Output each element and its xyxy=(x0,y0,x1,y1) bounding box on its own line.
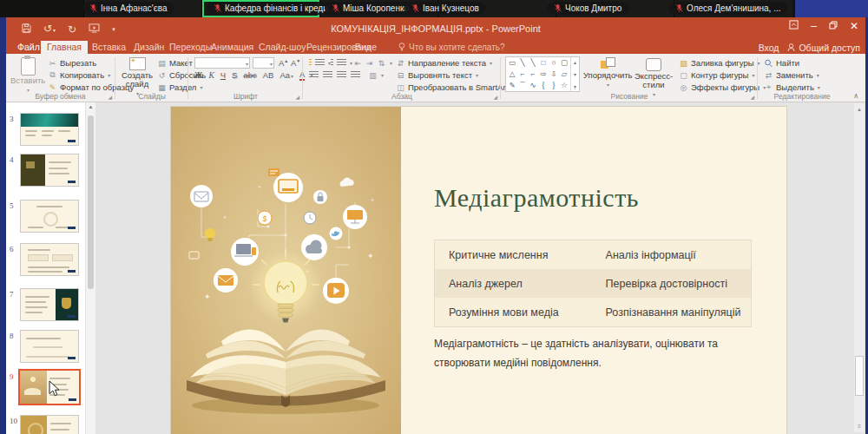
table-row[interactable]: Розуміння мови медіаРозпізнавання маніпу… xyxy=(435,298,751,326)
tab-8[interactable]: Вид xyxy=(349,41,378,54)
slide-thumbnail-7[interactable] xyxy=(20,288,79,321)
shape-glyph[interactable]: ☆ xyxy=(559,80,569,91)
dialog-launcher-icon[interactable]: ◢ xyxy=(493,94,497,100)
align-left-button[interactable] xyxy=(309,69,319,81)
shape-glyph[interactable]: ⌐ xyxy=(528,69,538,80)
table-cell[interactable]: Критичне мислення xyxy=(435,249,606,261)
slide-title[interactable]: Медіаграмотність xyxy=(434,183,639,213)
align-text-button[interactable]: ⊟Выровнять текст▾ xyxy=(396,69,478,81)
arrange-button[interactable]: Упорядочить▾ xyxy=(583,56,632,89)
table-row[interactable]: Критичне мисленняАналіз інформації xyxy=(435,240,751,269)
table-cell[interactable]: Розпізнавання маніпуляцій xyxy=(606,306,751,319)
shape-glyph[interactable]: ✎ xyxy=(507,80,517,91)
shape-glyph[interactable]: ∿ xyxy=(528,80,538,91)
shape-glyph[interactable]: ⇩ xyxy=(549,69,559,80)
underline-button[interactable]: Ч xyxy=(220,70,226,80)
shape-glyph[interactable]: ╲ xyxy=(528,57,538,69)
scroll-up-icon[interactable]: ▲ xyxy=(854,107,865,112)
shape-glyph[interactable]: ⌒ xyxy=(517,80,528,91)
shape-glyph[interactable]: ▭ xyxy=(507,57,517,69)
shape-glyph[interactable]: ╲ xyxy=(517,57,528,69)
tab-2[interactable]: Вставка xyxy=(86,41,132,54)
numbering-button[interactable]: ▾ xyxy=(331,57,352,69)
shape-glyph[interactable]: ▱ xyxy=(559,69,569,80)
shape-glyph[interactable]: □ xyxy=(538,57,549,69)
slide-illustration[interactable]: $ ✦+ ++ +✦ xyxy=(171,107,401,434)
table-cell[interactable]: Перевірка достовірності xyxy=(606,278,751,290)
slide-canvas[interactable]: $ ✦+ ++ +✦ xyxy=(171,107,786,434)
collapse-ribbon-button[interactable]: ∧ xyxy=(853,92,858,100)
scroll-thumb[interactable] xyxy=(855,356,864,396)
tab-1[interactable]: Главная xyxy=(41,41,88,55)
shape-glyph[interactable]: { xyxy=(538,80,549,91)
font-size-combo[interactable]: ▾ xyxy=(253,57,274,69)
main-scrollbar[interactable]: ▲ ≡ xyxy=(854,103,865,432)
italic-button[interactable]: К xyxy=(208,71,214,80)
group-separator xyxy=(500,57,501,99)
line-spacing-button[interactable]: ⇅▾ xyxy=(377,57,392,69)
shape-glyph[interactable]: ⌐ xyxy=(517,69,528,80)
tell-me-box[interactable]: Что вы хотите сделать? xyxy=(398,41,505,54)
slide-thumbnail-5[interactable] xyxy=(20,200,79,233)
shape-glyph[interactable]: ▢ xyxy=(559,57,569,69)
mouse-cursor xyxy=(49,380,60,397)
bullets-button[interactable]: ▾ xyxy=(309,57,331,69)
increase-indent-button[interactable]: ⇥ xyxy=(365,57,374,69)
text-shadow-button[interactable]: S xyxy=(232,70,237,80)
cut-button[interactable]: ✂Вырезать xyxy=(48,57,96,69)
slide-thumbnail-6[interactable] xyxy=(20,243,79,276)
text-direction-button[interactable]: ⇵Направление текста▾ xyxy=(396,57,492,69)
shape-fill-button[interactable]: ▨Заливка фигуры▾ xyxy=(679,57,760,69)
dialog-launcher-icon[interactable]: ◢ xyxy=(108,94,112,100)
shape-glyph[interactable]: △ xyxy=(507,69,517,80)
ribbon-display-options-button[interactable] xyxy=(789,20,799,32)
slide-table[interactable]: Критичне мисленняАналіз інформаціїАналіз… xyxy=(434,240,752,327)
slide-thumbnail-10[interactable] xyxy=(20,415,79,434)
group-separator xyxy=(187,57,188,99)
decrease-indent-button[interactable]: ⇤ xyxy=(353,57,363,69)
find-button[interactable]: Найти xyxy=(764,57,799,69)
slide-thumbnail-3[interactable] xyxy=(20,113,79,146)
character-spacing-button[interactable]: АВ xyxy=(263,70,274,80)
scroll-split-icon[interactable]: ≡ xyxy=(854,424,865,429)
minimize-button[interactable]: – xyxy=(811,20,817,32)
slide-body-text[interactable]: Медіаграмотність – це здатність аналізув… xyxy=(434,334,764,372)
shape-outline-button[interactable]: ▢Контур фигуры▾ xyxy=(679,69,754,81)
copy-button[interactable]: ⧉Копировать▾ xyxy=(48,69,110,81)
tab-5[interactable]: Анимация xyxy=(205,41,260,54)
replace-button[interactable]: ⇄Заменить▾ xyxy=(764,69,819,81)
justify-button[interactable] xyxy=(351,69,360,81)
shape-glyph[interactable]: } xyxy=(549,80,559,91)
share-button[interactable]: Общий доступ xyxy=(787,43,860,53)
font-name-combo[interactable]: ▾ xyxy=(194,57,250,69)
slide-thumbnail-4[interactable] xyxy=(20,154,79,187)
shape-glyph[interactable]: ○ xyxy=(549,57,559,69)
restore-button[interactable] xyxy=(829,20,838,32)
panel-scroll-thumb[interactable] xyxy=(88,115,94,289)
scroll-up-icon[interactable]: ▲ xyxy=(86,104,95,109)
ribbon-tabs: Файл Что вы хотите сделать? Вход Общий д… xyxy=(6,41,865,54)
bold-button[interactable]: Ж xyxy=(194,71,202,80)
window-edge-left xyxy=(0,17,6,434)
panel-scrollbar[interactable]: ▲ xyxy=(85,102,95,434)
sign-in-button[interactable]: Вход xyxy=(759,43,779,53)
quick-styles-icon xyxy=(646,58,661,71)
align-center-button[interactable] xyxy=(323,69,332,81)
align-right-button[interactable] xyxy=(337,69,346,81)
table-cell[interactable]: Розуміння мови медіа xyxy=(435,306,606,319)
table-cell[interactable]: Аналіз джерел xyxy=(435,278,606,290)
shapes-gallery-scroll[interactable]: ▴▾▾̱ xyxy=(570,57,579,91)
change-case-button[interactable]: Aa▾ xyxy=(279,70,293,80)
table-row[interactable]: Аналіз джерелПеревірка достовірності xyxy=(435,269,751,298)
table-cell[interactable]: Аналіз інформації xyxy=(606,249,751,261)
shape-glyph[interactable]: ⇨ xyxy=(538,69,549,80)
grow-font-button[interactable]: А▲ xyxy=(279,57,292,69)
strikethrough-button[interactable]: abc xyxy=(243,70,256,80)
close-button[interactable]: ✕ xyxy=(850,20,858,32)
columns-button[interactable]: ▥▾ xyxy=(368,69,384,81)
paste-button[interactable]: Вставить▾ xyxy=(10,56,45,95)
dialog-launcher-icon[interactable]: ◢ xyxy=(750,94,754,100)
dialog-launcher-icon[interactable]: ◢ xyxy=(295,94,299,100)
slide-thumbnail-8[interactable] xyxy=(20,330,79,363)
slide-number: 6 xyxy=(10,245,14,253)
